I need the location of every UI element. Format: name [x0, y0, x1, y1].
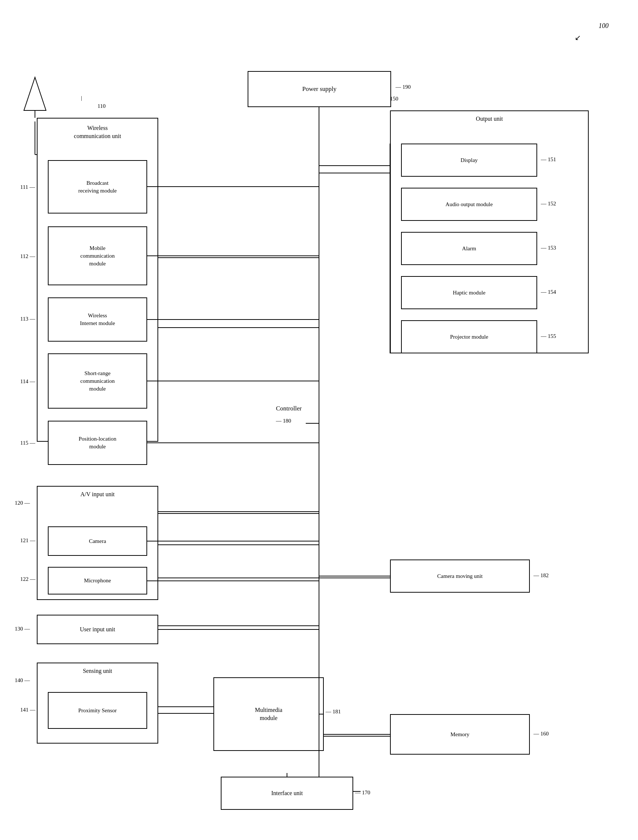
figure-arrow: ↙: [575, 33, 581, 42]
ref-155: — 155: [541, 333, 556, 339]
audio-output-box: Audio output module: [401, 188, 537, 221]
projector-box: Projector module: [401, 320, 537, 353]
ref-114: 114 —: [20, 378, 35, 384]
ref-190: — 190: [396, 84, 411, 90]
ref-152: — 152: [541, 201, 556, 207]
broadcast-box: Broadcastreceiving module: [48, 160, 147, 214]
display-box: Display: [401, 144, 537, 177]
ref-154: — 154: [541, 289, 556, 295]
svg-marker-17: [24, 77, 46, 111]
interface-box: Interface unit: [221, 777, 353, 810]
position-location-box: Position-locationmodule: [48, 421, 147, 465]
diagram: 100 ↙ Power supply — 190 Wirelesscommuni…: [0, 0, 638, 840]
ref-112: 112 —: [20, 253, 35, 259]
mobile-comm-box: Mobilecommunicationmodule: [48, 226, 147, 285]
multimedia-box: Multimediamodule: [213, 677, 324, 751]
ref-180: — 180: [276, 418, 291, 424]
memory-box: Memory: [390, 714, 530, 755]
ref-130: 130 —: [15, 626, 30, 632]
ref-113: 113 —: [20, 316, 35, 322]
user-input-box: User input unit: [37, 615, 158, 644]
ref-153: — 153: [541, 245, 556, 251]
wireless-internet-box: WirelessInternet module: [48, 297, 147, 342]
ref-182: — 182: [534, 573, 549, 579]
ref-111: 111 —: [20, 184, 35, 190]
ref-160: — 160: [534, 731, 549, 737]
ref-120: 120 —: [15, 500, 30, 506]
ref-121: 121 —: [20, 538, 35, 544]
ref-122: 122 —: [20, 576, 35, 582]
camera-moving-box: Camera moving unit: [390, 560, 530, 593]
ref-140: 140 —: [15, 677, 30, 683]
haptic-box: Haptic module: [401, 276, 537, 309]
microphone-box: Microphone: [48, 567, 147, 595]
camera-box: Camera: [48, 527, 147, 556]
short-range-box: Short-rangecommunicationmodule: [48, 353, 147, 408]
ref-115: 115 —: [20, 440, 35, 446]
ref-181: — 181: [325, 709, 341, 715]
proximity-sensor-box: Proximity Sensor: [48, 692, 147, 729]
ref-151: — 151: [541, 157, 556, 163]
figure-number: 100: [599, 22, 608, 30]
antenna-icon: [20, 74, 50, 118]
power-supply-box: Power supply: [248, 71, 391, 107]
ref-170: — 170: [355, 789, 370, 796]
controller-label: Controller: [276, 405, 302, 412]
ref-110-line: |: [81, 95, 82, 101]
alarm-box: Alarm: [401, 232, 537, 265]
ref-110: 110: [98, 103, 106, 109]
ref-150: 150: [390, 96, 398, 102]
ref-141: 141 —: [20, 707, 35, 713]
